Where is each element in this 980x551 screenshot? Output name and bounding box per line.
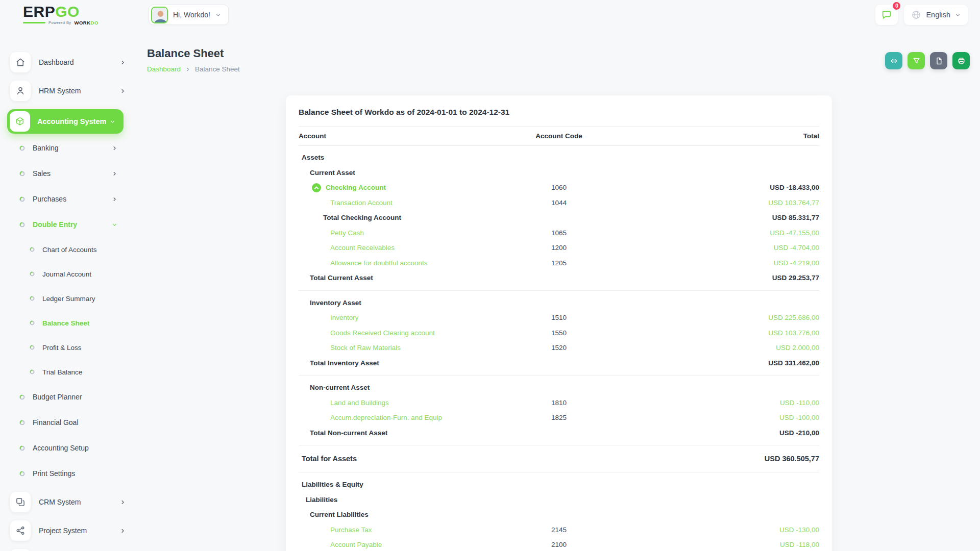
chevron-right-icon — [120, 88, 126, 94]
row-label: Total Checking Account — [299, 214, 503, 221]
sidebar-item-accounting-system[interactable]: Accounting System — [7, 109, 124, 134]
row-liabilities-equity: Liabilities & Equity — [299, 477, 819, 492]
sidebar-item-double-entry[interactable]: Double Entry — [0, 217, 126, 232]
sidebar-item-banking[interactable]: Banking — [0, 141, 126, 155]
code-button[interactable] — [885, 52, 902, 69]
users-icon — [10, 549, 31, 551]
donut-icon — [19, 471, 25, 477]
chevron-down-icon — [112, 222, 117, 228]
file-export-button[interactable] — [930, 52, 947, 69]
sidebar-item-label: Balance Sheet — [42, 319, 89, 327]
user-menu[interactable]: Hi, Workdo! — [149, 5, 229, 25]
row-label: Non-current Asset — [299, 384, 503, 391]
account-name-link[interactable]: Land and Buildings — [299, 399, 503, 407]
account-name-link[interactable]: Stock of Raw Materials — [299, 344, 503, 352]
breadcrumb-home-link[interactable]: Dashboard — [147, 65, 181, 73]
app-logo[interactable]: ERPGO Powered By WORKDO — [23, 4, 99, 26]
sidebar-item-balance-sheet[interactable]: Balance Sheet — [0, 316, 126, 330]
sidebar-item-trial-balance[interactable]: Trial Balance — [0, 365, 126, 379]
account-name-text: Transaction Account — [330, 199, 393, 207]
account-name-link[interactable]: Account Payable — [299, 541, 503, 548]
account-row-purchase-tax: Purchase Tax2145USD -130,00 — [299, 522, 819, 538]
account-total: USD 2.000,00 — [615, 344, 819, 352]
sidebar-item-hrm-system[interactable]: HRM System — [10, 81, 126, 101]
account-name-link[interactable]: Transaction Account — [299, 199, 503, 207]
chevron-down-icon — [110, 119, 115, 124]
sidebar-item-print-settings[interactable]: Print Settings — [0, 466, 126, 481]
share-icon — [10, 520, 31, 541]
account-name-text: Non-current Asset — [310, 384, 370, 391]
sidebar-item-user-management[interactable]: User Management — [10, 549, 126, 551]
account-row-inventory: Inventory1510USD 225.686,00 — [299, 310, 819, 325]
printer-button[interactable] — [952, 52, 970, 69]
filter-button[interactable] — [908, 52, 925, 69]
sidebar-item-project-system[interactable]: Project System — [10, 520, 126, 541]
account-name-link[interactable]: Inventory — [299, 314, 503, 321]
avatar — [151, 7, 168, 23]
sidebar-item-budget-planner[interactable]: Budget Planner — [0, 390, 126, 404]
collapse-toggle-icon[interactable] — [312, 183, 321, 192]
sidebar-item-purchases[interactable]: Purchases — [0, 192, 126, 206]
account-total: USD 29.253,77 — [615, 274, 819, 282]
account-row-account-receivables: Account Receivables1200USD -4.704,00 — [299, 240, 819, 256]
account-name-link[interactable]: Purchase Tax — [299, 526, 503, 534]
account-row-accum-depreciation-furn-and-equip: Accum.depreciation-Furn. and Equip1825US… — [299, 410, 819, 425]
account-name-link[interactable]: Account Receivables — [299, 244, 503, 252]
top-header: ERPGO Powered By WORKDO Hi, Workdo! 0 En… — [0, 0, 980, 30]
messages-button[interactable]: 0 — [875, 5, 898, 25]
sidebar-item-label: Accounting System — [37, 117, 106, 126]
sidebar-item-sales[interactable]: Sales — [0, 166, 126, 181]
home-icon — [10, 52, 31, 72]
account-row-petty-cash: Petty Cash1065USD -47.155,00 — [299, 226, 819, 241]
sidebar-item-label: Sales — [33, 169, 51, 178]
row-label: Total for Assets — [299, 455, 503, 463]
logo-underline — [23, 22, 45, 23]
sidebar-item-journal-account[interactable]: Journal Account — [0, 267, 126, 281]
main-content: Balance Sheet Dashboard Balance Sheet Ba… — [133, 30, 980, 551]
sidebar-item-label: HRM System — [39, 87, 81, 95]
sidebar-item-ledger-summary[interactable]: Ledger Summary — [0, 292, 126, 305]
sidebar-item-financial-goal[interactable]: Financial Goal — [0, 415, 126, 430]
row-total-for-assets: Total for AssetsUSD 360.505,77 — [299, 450, 819, 467]
breadcrumb: Dashboard Balance Sheet — [147, 65, 240, 73]
language-selector[interactable]: English — [904, 5, 968, 25]
account-name-text: Petty Cash — [330, 229, 364, 237]
account-name-link[interactable]: Allowance for doubtful accounts — [299, 259, 503, 267]
balance-sheet-card: Balance Sheet of Workdo as of 2024-01-01… — [286, 95, 832, 551]
sidebar-item-label: Double Entry — [33, 220, 77, 229]
account-name-text: Total Current Asset — [310, 274, 373, 282]
sidebar-item-crm-system[interactable]: CRM System — [10, 492, 126, 512]
account-code: 1550 — [503, 329, 615, 337]
filter-icon — [912, 57, 921, 65]
donut-icon — [30, 296, 35, 301]
account-name-link[interactable]: Checking Account — [299, 183, 503, 192]
account-row-account-payable: Account Payable2100USD -118,00 — [299, 537, 819, 551]
account-name-text: Liabilities & Equity — [302, 481, 363, 488]
breadcrumb-current: Balance Sheet — [195, 65, 240, 73]
sidebar-item-chart-of-accounts[interactable]: Chart of Accounts — [0, 243, 126, 256]
chevron-right-icon — [112, 196, 117, 202]
user-icon — [10, 81, 31, 101]
donut-icon — [19, 222, 25, 228]
account-name-text: Purchase Tax — [330, 526, 372, 534]
file-export-icon — [935, 57, 943, 65]
account-name-link[interactable]: Petty Cash — [299, 229, 503, 237]
row-label: Inventory Asset — [299, 299, 503, 307]
account-name-text: Current Liabilities — [310, 511, 369, 518]
chevron-down-icon — [955, 12, 961, 18]
account-total: USD 360.505,77 — [615, 455, 819, 463]
row-label: Liabilities & Equity — [299, 481, 503, 488]
sidebar-item-profit-loss[interactable]: Profit & Loss — [0, 341, 126, 354]
account-name-link[interactable]: Accum.depreciation-Furn. and Equip — [299, 414, 503, 421]
column-header-total: Total — [615, 132, 819, 140]
row-label: Current Asset — [299, 169, 503, 177]
sidebar-item-label: Dashboard — [39, 58, 74, 66]
account-name-text: Goods Received Clearing account — [330, 329, 435, 337]
account-name-link[interactable]: Goods Received Clearing account — [299, 329, 503, 337]
notification-badge: 0 — [892, 1, 901, 11]
sidebar-item-dashboard[interactable]: Dashboard — [10, 52, 126, 72]
sidebar-item-accounting-setup[interactable]: Accounting Setup — [0, 441, 126, 455]
sidebar-item-label: CRM System — [39, 498, 81, 506]
donut-icon — [19, 445, 25, 451]
chevron-right-icon — [185, 67, 190, 72]
